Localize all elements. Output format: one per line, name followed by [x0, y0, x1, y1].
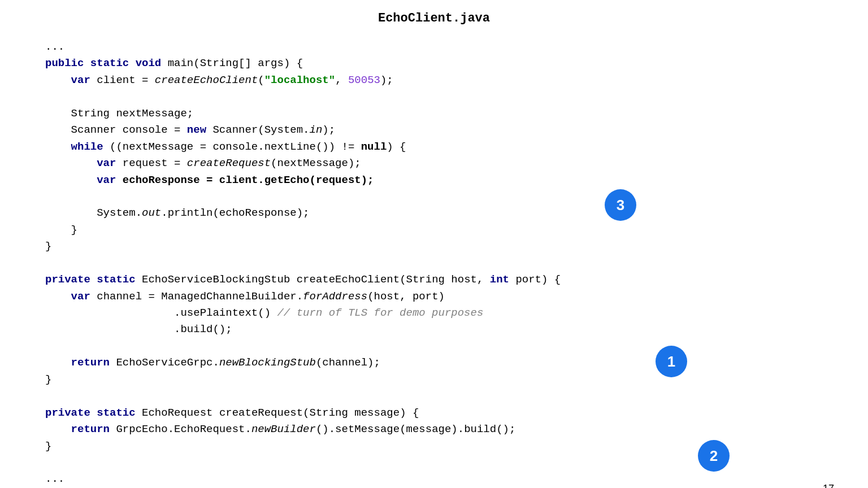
method-newBlockingStub: newBlockingStub — [219, 356, 316, 369]
var-echoResponse: echoResponse = client.getEcho(request); — [123, 174, 374, 186]
number-port: 50053 — [348, 74, 380, 86]
keyword-var-2: var — [97, 157, 116, 169]
keyword-var-1: var — [71, 74, 90, 86]
keyword-private-2: private — [45, 407, 90, 419]
keyword-new: new — [187, 124, 206, 136]
keyword-var-3: var — [97, 174, 116, 186]
field-in: in — [310, 124, 323, 136]
keyword-int: int — [490, 273, 509, 286]
keyword-var-4: var — [71, 290, 90, 303]
keyword-private-1: private — [45, 273, 90, 286]
badge-1: 1 — [656, 346, 687, 377]
badge-3: 3 — [605, 189, 636, 221]
file-title: EchoClient.java — [45, 11, 823, 25]
page-container: EchoClient.java ... public static void m… — [0, 0, 868, 488]
page-number: 17 — [823, 483, 834, 488]
badge-2: 2 — [698, 440, 730, 472]
string-localhost: "localhost" — [264, 74, 335, 86]
keyword-while: while — [71, 141, 103, 153]
ellipsis-bottom: ... — [45, 473, 64, 485]
keyword-static: static — [90, 57, 129, 69]
keyword-null: null — [361, 141, 387, 153]
keyword-return-1: return — [71, 356, 110, 369]
field-out: out — [142, 207, 161, 219]
code-section: ... public static void main(String[] arg… — [45, 39, 823, 488]
keyword-public: public — [45, 57, 84, 69]
method-createRequest: createRequest — [187, 157, 271, 169]
keyword-static-3: static — [97, 407, 135, 419]
method-newBuilder: newBuilder — [251, 423, 316, 435]
method-forAddress: forAddress — [303, 290, 367, 303]
keyword-static-2: static — [97, 273, 135, 286]
code-block: ... public static void main(String[] arg… — [45, 39, 823, 488]
keyword-void: void — [136, 57, 162, 69]
method-createEchoClient: createEchoClient — [155, 74, 258, 86]
ellipsis-top: ... — [45, 41, 64, 53]
comment-tls: // turn of TLS for demo purposes — [277, 307, 483, 319]
keyword-return-2: return — [71, 423, 110, 435]
